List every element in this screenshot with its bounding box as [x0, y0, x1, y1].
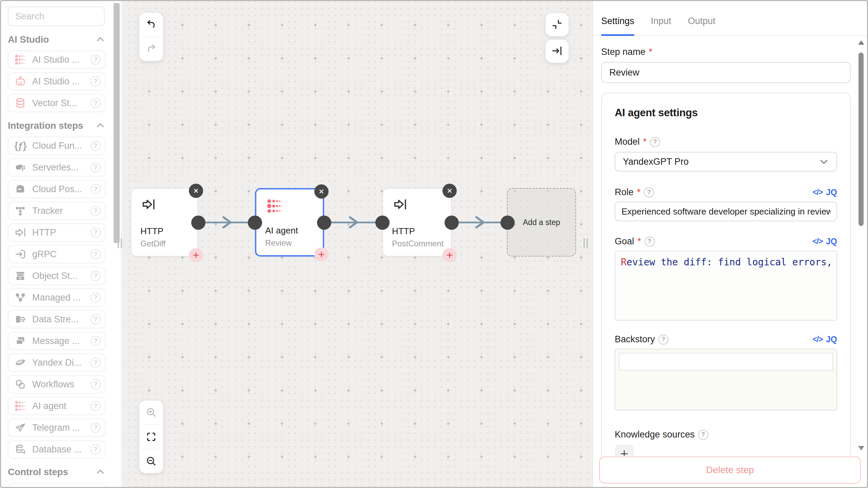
tab-input[interactable]: Input [651, 16, 671, 35]
goal-jq-toggle[interactable]: </> JQ [812, 237, 837, 246]
connector-dot[interactable] [191, 216, 205, 230]
connector-dot[interactable] [248, 216, 262, 230]
chevron-up-icon [95, 35, 105, 45]
sidebar-scrollbar[interactable] [114, 3, 120, 243]
help-icon[interactable] [91, 206, 101, 216]
help-icon[interactable] [91, 379, 101, 389]
section-header-ai-studio[interactable]: AI Studio [8, 34, 105, 45]
backstory-jq-toggle[interactable]: </> JQ [812, 334, 837, 344]
backstory-editor-active-line [619, 353, 833, 370]
remove-step-button[interactable] [189, 184, 203, 198]
tab-output[interactable]: Output [688, 16, 715, 35]
fit-view-button[interactable] [139, 425, 163, 449]
step-settings-panel: Settings Input Output Step name* AI agen… [592, 1, 867, 487]
add-next-step-button[interactable] [442, 248, 457, 262]
add-next-step-button[interactable] [314, 247, 329, 262]
panel-scrollbar[interactable] [857, 39, 865, 452]
step-name-input[interactable] [601, 62, 851, 83]
node-http-postcomment[interactable]: HTTP PostComment [382, 188, 452, 257]
help-icon[interactable] [91, 401, 101, 411]
section-header-integration-steps[interactable]: Integration steps [8, 120, 105, 131]
node-ai-agent-review[interactable]: AI agent Review [255, 188, 324, 257]
add-step-placeholder[interactable]: Add a step [507, 188, 576, 257]
help-icon[interactable] [645, 237, 655, 247]
redo-button[interactable] [139, 37, 163, 61]
card-title: AI agent settings [615, 107, 837, 119]
sidebar-item-vector-store[interactable]: Vector St... [8, 94, 105, 112]
help-icon[interactable] [91, 141, 101, 151]
sidebar-item-grpc[interactable]: gRPC [8, 245, 105, 263]
chevron-up-icon [95, 121, 105, 131]
search-input[interactable] [8, 6, 105, 26]
sidebar-item-tracker[interactable]: Tracker [8, 202, 105, 220]
panel-resize-handle[interactable] [584, 238, 588, 248]
help-icon[interactable] [91, 271, 101, 281]
connector-dot[interactable] [445, 216, 459, 230]
sidebar-item-database[interactable]: Database ... [8, 440, 105, 459]
help-icon[interactable] [91, 358, 101, 368]
help-icon[interactable] [658, 334, 669, 345]
sidebar-item-message-queue[interactable]: Message ... [8, 332, 105, 350]
sidebar-item-ai-studio-model[interactable]: AI Studio ... [8, 50, 105, 69]
sidebar-resize-handle[interactable] [118, 238, 122, 248]
scrollbar-thumb[interactable] [859, 53, 864, 226]
zoom-out-button[interactable] [139, 449, 163, 473]
help-icon[interactable] [698, 430, 708, 440]
sidebar-item-label: Database ... [32, 444, 82, 455]
undo-button[interactable] [139, 13, 163, 37]
remove-step-button[interactable] [442, 184, 457, 198]
connector-dot[interactable] [375, 216, 390, 230]
help-icon[interactable] [91, 249, 101, 259]
connector-dot[interactable] [500, 216, 515, 230]
delete-step-button[interactable]: Delete step [599, 456, 861, 484]
tab-settings[interactable]: Settings [601, 16, 634, 35]
backstory-editor[interactable] [615, 349, 837, 410]
help-icon[interactable] [91, 292, 101, 303]
align-step-button[interactable] [546, 40, 569, 63]
node-http-getdiff[interactable]: HTTP GetDiff [131, 188, 198, 257]
workflow-canvas[interactable]: HTTP GetDiff AI agent Review HTTP PostCo… [122, 1, 592, 487]
workflows-icon [14, 378, 27, 391]
role-input[interactable] [615, 202, 837, 221]
sidebar-item-workflows[interactable]: Workflows [8, 375, 105, 393]
arrow-to-bar-icon [551, 45, 563, 58]
sidebar-item-ai-studio-assistant[interactable]: AI Studio ... [8, 72, 105, 90]
add-next-step-button[interactable] [189, 248, 203, 262]
http-icon [392, 197, 408, 212]
help-icon[interactable] [91, 227, 101, 238]
sidebar-item-serverless-containers[interactable]: Serverles... [8, 158, 105, 177]
sidebar-item-http[interactable]: HTTP [8, 223, 105, 242]
model-select[interactable]: YandexGPT Pro [615, 152, 837, 171]
help-icon[interactable] [91, 55, 101, 65]
help-icon[interactable] [91, 423, 101, 433]
help-icon[interactable] [91, 336, 101, 346]
sidebar-item-cloud-functions[interactable]: {ƒ} Cloud Fun... [8, 137, 105, 155]
sidebar-item-telegram[interactable]: Telegram ... [8, 419, 105, 437]
section-header-control-steps[interactable]: Control steps [8, 467, 105, 477]
sidebar-item-data-streams[interactable]: Data Stre... [8, 310, 105, 328]
help-icon[interactable] [650, 137, 660, 147]
goal-code-editor[interactable]: Review the diff: find logical errors, vu… [615, 251, 837, 321]
role-jq-toggle[interactable]: </> JQ [812, 187, 837, 197]
panel-tabs: Settings Input Output [593, 1, 867, 36]
scroll-up-icon[interactable] [858, 40, 864, 45]
help-icon[interactable] [91, 162, 101, 172]
help-icon[interactable] [91, 98, 101, 108]
sidebar-item-partial[interactable] [8, 483, 105, 487]
help-icon[interactable] [91, 314, 101, 324]
help-icon[interactable] [91, 184, 101, 194]
help-icon[interactable] [91, 444, 101, 454]
remove-step-button[interactable] [314, 184, 329, 199]
sidebar-item-object-storage[interactable]: Object St... [8, 267, 105, 285]
knowledge-sources-label: Knowledge sources [615, 429, 837, 440]
sidebar-item-cloud-postbox[interactable]: Cloud Pos... [8, 180, 105, 198]
scroll-down-icon[interactable] [858, 446, 864, 450]
connector-dot[interactable] [317, 216, 331, 230]
sidebar-item-managed-service[interactable]: Managed ... [8, 288, 105, 307]
help-icon[interactable] [91, 76, 101, 86]
collapse-panel-button[interactable] [546, 13, 569, 36]
sidebar-item-ai-agent[interactable]: AI agent [8, 397, 105, 415]
help-icon[interactable] [644, 187, 654, 198]
sidebar-item-yandex-disk[interactable]: Yandex Di... [8, 353, 105, 372]
zoom-in-button[interactable] [139, 401, 163, 424]
